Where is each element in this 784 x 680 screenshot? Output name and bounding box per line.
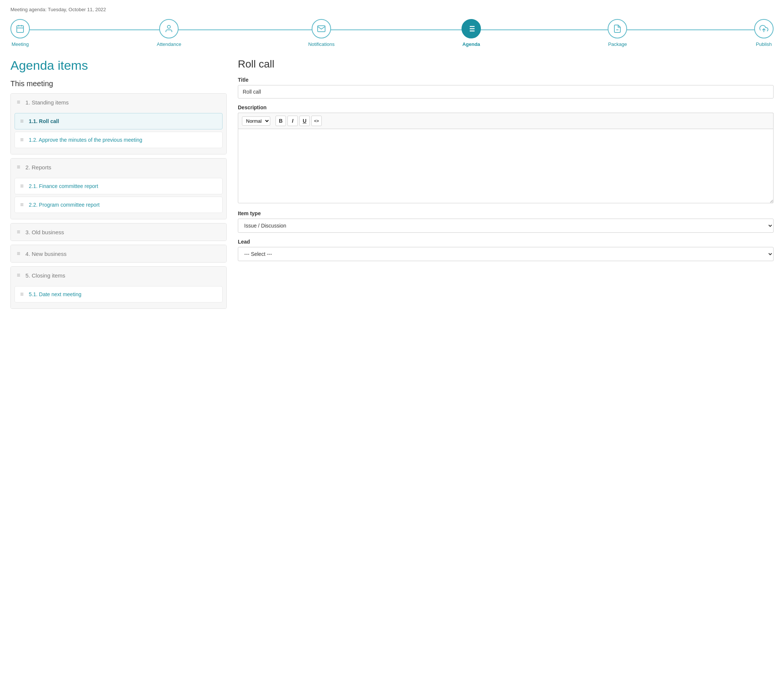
- group-header-text-5: 5. Closing items: [25, 272, 65, 279]
- sub-item-text-1-2: 1.2. Approve the minutes of the previous…: [29, 137, 142, 143]
- upload-icon: [759, 24, 768, 33]
- breadcrumb-text: Meeting agenda: Tuesday, October 11, 202…: [11, 7, 106, 12]
- drag-handle-2-2: ≡: [20, 201, 24, 208]
- group-header-1[interactable]: ≡ 1. Standing items: [11, 94, 226, 111]
- bold-button[interactable]: B: [275, 116, 286, 126]
- page-title: Agenda items: [11, 58, 227, 73]
- item-type-label: Item type: [238, 210, 773, 216]
- stepper-circle-agenda: [462, 19, 481, 38]
- stepper-circle-publish: [754, 19, 773, 38]
- stepper-item-agenda[interactable]: Agenda: [462, 19, 481, 47]
- sub-item-2-1[interactable]: ≡ 2.1. Finance committee report: [14, 178, 223, 194]
- agenda-group-3: ≡ 3. Old business: [11, 223, 227, 241]
- group-header-text-3: 3. Old business: [25, 229, 64, 235]
- envelope-icon: [317, 24, 326, 33]
- sub-items-1: ≡ 1.1. Roll call ≡ 1.2. Approve the minu…: [11, 111, 226, 154]
- left-panel: Agenda items This meeting ≡ 1. Standing …: [11, 58, 227, 313]
- stepper-label-publish: Publish: [756, 41, 772, 47]
- agenda-group-4: ≡ 4. New business: [11, 245, 227, 263]
- group-header-2[interactable]: ≡ 2. Reports: [11, 159, 226, 176]
- code-button[interactable]: <>: [311, 116, 322, 126]
- agenda-group-1: ≡ 1. Standing items ≡ 1.1. Roll call ≡ 1…: [11, 93, 227, 154]
- sub-item-text-1-1: 1.1. Roll call: [29, 118, 59, 124]
- description-section: Description Normal B I U <>: [238, 104, 773, 205]
- agenda-group-5: ≡ 5. Closing items ≡ 5.1. Date next meet…: [11, 266, 227, 309]
- title-input[interactable]: [238, 85, 773, 99]
- group-header-text-2: 2. Reports: [25, 164, 51, 170]
- sub-item-1-2[interactable]: ≡ 1.2. Approve the minutes of the previo…: [14, 132, 223, 148]
- sub-item-1-1[interactable]: ≡ 1.1. Roll call: [14, 113, 223, 129]
- sub-item-2-2[interactable]: ≡ 2.2. Program committee report: [14, 197, 223, 213]
- stepper-label-attendance: Attendance: [157, 41, 181, 47]
- drag-handle-5: ≡: [17, 272, 20, 279]
- calendar-icon: [16, 24, 25, 33]
- group-header-4[interactable]: ≡ 4. New business: [11, 245, 226, 262]
- drag-handle-4: ≡: [17, 250, 20, 257]
- item-type-select[interactable]: Issue / Discussion: [238, 219, 773, 233]
- group-header-text-4: 4. New business: [25, 251, 66, 257]
- description-label: Description: [238, 104, 773, 110]
- right-panel: Roll call Title Description Normal B I U…: [238, 58, 773, 313]
- drag-handle-2: ≡: [17, 164, 20, 170]
- stepper-circle-meeting: [11, 19, 30, 38]
- editor-toolbar: Normal B I U <>: [238, 113, 773, 129]
- list-icon: [467, 24, 476, 33]
- drag-handle-1-2: ≡: [20, 137, 24, 143]
- drag-handle-5-1: ≡: [20, 291, 24, 298]
- stepper: Meeting Attendance Notifications: [0, 12, 784, 55]
- title-label: Title: [238, 77, 773, 83]
- group-header-5[interactable]: ≡ 5. Closing items: [11, 267, 226, 284]
- drag-handle-3: ≡: [17, 229, 20, 235]
- detail-title: Roll call: [238, 58, 773, 70]
- drag-handle-1-1: ≡: [20, 118, 24, 124]
- lead-label: Lead: [238, 239, 773, 245]
- stepper-circle-attendance: [159, 19, 179, 38]
- stepper-label-notifications: Notifications: [308, 41, 335, 47]
- drag-handle-2-1: ≡: [20, 183, 24, 189]
- stepper-item-package[interactable]: Package: [608, 19, 627, 47]
- group-header-text-1: 1. Standing items: [25, 99, 69, 105]
- svg-rect-0: [17, 26, 24, 33]
- stepper-circle-package: [608, 19, 627, 38]
- agenda-group-2: ≡ 2. Reports ≡ 2.1. Finance committee re…: [11, 158, 227, 219]
- sub-item-5-1[interactable]: ≡ 5.1. Date next meeting: [14, 286, 223, 302]
- stepper-label-meeting: Meeting: [11, 41, 29, 47]
- format-select[interactable]: Normal: [242, 116, 270, 126]
- stepper-items: Meeting Attendance Notifications: [11, 19, 773, 47]
- italic-button[interactable]: I: [288, 116, 298, 126]
- lead-select[interactable]: --- Select ---: [238, 247, 773, 261]
- person-icon: [164, 24, 173, 33]
- drag-handle-1: ≡: [17, 99, 20, 105]
- stepper-circle-notifications: [312, 19, 331, 38]
- stepper-item-notifications[interactable]: Notifications: [308, 19, 335, 47]
- stepper-item-publish[interactable]: Publish: [754, 19, 773, 47]
- document-icon: [613, 24, 622, 33]
- description-editor[interactable]: [238, 129, 773, 203]
- breadcrumb: Meeting agenda: Tuesday, October 11, 202…: [0, 0, 784, 12]
- stepper-item-meeting[interactable]: Meeting: [11, 19, 30, 47]
- underline-button[interactable]: U: [299, 116, 310, 126]
- sub-item-text-2-1: 2.1. Finance committee report: [29, 183, 98, 189]
- stepper-label-package: Package: [608, 41, 627, 47]
- stepper-label-agenda: Agenda: [462, 41, 480, 47]
- section-title: This meeting: [11, 79, 227, 88]
- group-header-3[interactable]: ≡ 3. Old business: [11, 224, 226, 241]
- svg-point-4: [167, 25, 170, 28]
- main-content: Agenda items This meeting ≡ 1. Standing …: [0, 55, 784, 323]
- sub-items-2: ≡ 2.1. Finance committee report ≡ 2.2. P…: [11, 176, 226, 219]
- sub-item-text-5-1: 5.1. Date next meeting: [29, 291, 81, 297]
- stepper-item-attendance[interactable]: Attendance: [157, 19, 181, 47]
- sub-item-text-2-2: 2.2. Program committee report: [29, 202, 99, 208]
- sub-items-5: ≡ 5.1. Date next meeting: [11, 284, 226, 309]
